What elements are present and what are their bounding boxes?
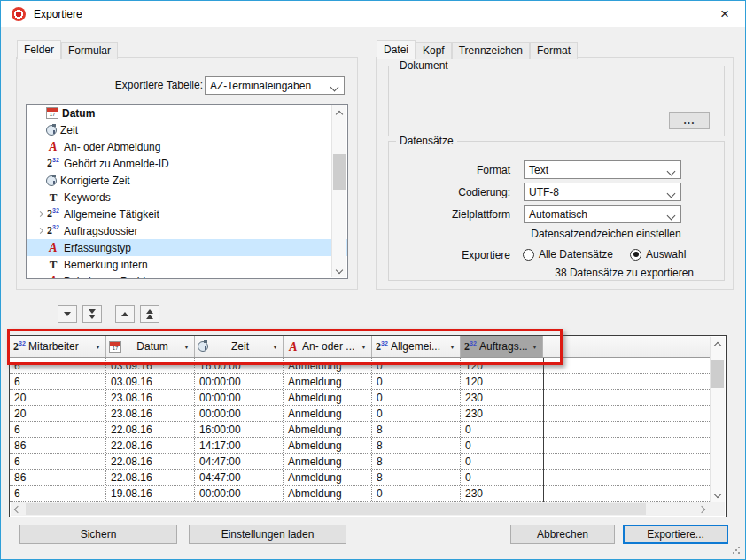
tab-trennzeichen[interactable]: Trennzeichen bbox=[452, 42, 530, 59]
text-type-icon: T bbox=[46, 258, 60, 271]
field-item[interactable]: 232Allgemeine Tätigkeit bbox=[27, 206, 347, 222]
move-all-down-button[interactable] bbox=[82, 305, 102, 323]
field-item[interactable]: Korrigierte Zeit bbox=[27, 172, 347, 189]
scroll-up-icon[interactable] bbox=[332, 105, 346, 120]
load-settings-button[interactable]: Einstellungen laden bbox=[189, 525, 346, 544]
header-filler bbox=[543, 336, 711, 357]
stopwatch-icon bbox=[46, 175, 57, 186]
move-down-button[interactable] bbox=[58, 305, 77, 323]
cancel-button[interactable]: Abbrechen bbox=[510, 525, 615, 544]
save-button[interactable]: Sichern bbox=[19, 525, 177, 544]
table-cell: 230 bbox=[461, 486, 543, 501]
scrollbar-thumb[interactable] bbox=[711, 360, 724, 388]
table-cell: 0 bbox=[372, 358, 461, 373]
close-icon[interactable]: × bbox=[711, 4, 738, 24]
record-count-text: 38 Datensätze zu exportieren bbox=[524, 267, 694, 279]
column-label: Auftrags... bbox=[479, 340, 528, 353]
scrollbar-thumb[interactable] bbox=[333, 154, 346, 190]
radio-alle-datensaetze[interactable]: Alle Datensätze bbox=[523, 248, 613, 261]
tab-format[interactable]: Format bbox=[530, 42, 578, 59]
table-cell: 86 bbox=[10, 438, 106, 453]
column-header[interactable]: 232Allgemei...▼ bbox=[372, 336, 461, 357]
tab-formular[interactable]: Formular bbox=[61, 42, 118, 59]
field-list: 17DatumZeitAAn- oder Abmeldung232Gehört … bbox=[26, 104, 348, 279]
sort-arrow-icon[interactable]: ▼ bbox=[183, 344, 191, 350]
record-end-settings-link[interactable]: Datensatzendzeichen einstellen bbox=[513, 228, 699, 240]
field-item[interactable]: TKeywords bbox=[27, 189, 347, 206]
field-label: Erfassungstyp bbox=[64, 242, 131, 254]
title-bar: Exportiere × bbox=[1, 1, 745, 27]
chevron-down-icon bbox=[667, 190, 676, 198]
alpha-type-icon: A bbox=[46, 275, 60, 279]
chevron-down-icon bbox=[330, 83, 339, 92]
grid-horizontal-scrollbar[interactable] bbox=[11, 502, 725, 516]
table-cell: Abmeldung bbox=[284, 390, 372, 405]
grid-vertical-scrollbar[interactable] bbox=[710, 337, 725, 502]
sort-arrow-icon[interactable]: ▼ bbox=[361, 344, 369, 350]
format-select[interactable]: Text bbox=[524, 160, 681, 179]
radio-auswahl[interactable]: Auswahl bbox=[630, 248, 686, 261]
field-item[interactable]: AAn- oder Abmeldung bbox=[27, 138, 347, 155]
table-cell: 00:00:00 bbox=[195, 390, 284, 405]
column-header[interactable]: Zeit▼ bbox=[195, 336, 284, 357]
column-header[interactable]: 17Datum▼ bbox=[106, 336, 195, 357]
column-label: Zeit bbox=[210, 340, 270, 353]
sort-arrow-icon[interactable]: ▼ bbox=[449, 344, 457, 350]
export-button[interactable]: Exportiere... bbox=[623, 525, 728, 544]
column-header[interactable]: 232Auftrags...▼ bbox=[461, 336, 543, 357]
field-item[interactable]: TBemerkung intern bbox=[27, 256, 347, 273]
int32-type-icon: 232 bbox=[46, 207, 60, 221]
column-label: Mitarbeiter bbox=[28, 340, 79, 353]
alpha-type-icon: A bbox=[46, 140, 60, 153]
table-cell: 04:47:00 bbox=[195, 454, 284, 469]
sort-arrow-icon[interactable]: ▼ bbox=[272, 344, 280, 350]
field-item[interactable]: AErfassungstyp bbox=[27, 239, 347, 256]
codierung-select[interactable]: UTF-8 bbox=[524, 183, 681, 201]
export-table-select[interactable]: AZ-Terminaleingaben bbox=[205, 76, 345, 95]
tab-felder[interactable]: Felder bbox=[17, 40, 61, 59]
browse-button[interactable]: ... bbox=[669, 112, 710, 129]
table-row: 2023.08.1600:00:00Abmeldung0230 bbox=[10, 390, 711, 406]
tab-kopf[interactable]: Kopf bbox=[416, 42, 452, 59]
tab-datei[interactable]: Datei bbox=[377, 40, 416, 59]
format-label: Format bbox=[396, 164, 510, 176]
zielplattform-select[interactable]: Automatisch bbox=[524, 205, 681, 223]
table-cell: 0 bbox=[461, 438, 543, 453]
double-down-arrow-icon bbox=[89, 309, 96, 314]
table-cell: 8 bbox=[372, 470, 461, 485]
scroll-down-icon[interactable] bbox=[711, 487, 725, 502]
field-label: An- oder Abmeldung bbox=[64, 141, 160, 153]
scroll-down-icon[interactable] bbox=[332, 263, 346, 277]
field-label: Gehört zu Anmelde-ID bbox=[64, 158, 169, 170]
table-cell: 0 bbox=[461, 422, 543, 437]
move-all-up-button[interactable] bbox=[140, 305, 159, 323]
scroll-left-icon[interactable] bbox=[11, 502, 25, 516]
column-header[interactable]: 232Mitarbeiter▼ bbox=[10, 336, 106, 357]
dokument-group: Dokument ... bbox=[388, 66, 725, 136]
field-list-scrollbar[interactable] bbox=[331, 105, 346, 277]
scroll-right-icon[interactable] bbox=[695, 502, 709, 516]
table-row: 2023.08.1600:00:00Anmeldung0230 bbox=[10, 406, 711, 422]
exportiere-label: Exportiere bbox=[396, 249, 510, 261]
move-up-button[interactable] bbox=[115, 305, 135, 323]
table-cell: 22.08.16 bbox=[106, 438, 195, 453]
field-item[interactable]: 17Datum bbox=[27, 105, 347, 121]
field-item[interactable]: ABehobenes Problem bbox=[27, 273, 347, 279]
table-cell: 6 bbox=[10, 374, 106, 389]
sort-arrow-icon[interactable]: ▼ bbox=[95, 344, 103, 350]
scrollbar-thumb[interactable] bbox=[26, 503, 646, 515]
sort-arrow-icon[interactable]: ▼ bbox=[532, 344, 540, 350]
field-item[interactable]: 232Gehört zu Anmelde-ID bbox=[27, 155, 347, 172]
table-cell: 16:00:00 bbox=[195, 358, 284, 373]
stopwatch-icon bbox=[198, 341, 208, 352]
zielplattform-label: Zielplattform bbox=[396, 208, 510, 221]
table-cell: 120 bbox=[461, 374, 543, 389]
resize-grip[interactable] bbox=[732, 546, 741, 555]
scroll-up-icon[interactable] bbox=[711, 337, 725, 351]
chevron-down-icon bbox=[667, 212, 676, 221]
column-header[interactable]: AAn- oder ...▼ bbox=[284, 336, 372, 357]
int32-type-icon: 232 bbox=[375, 340, 389, 354]
field-item[interactable]: 232Auftragsdossier bbox=[27, 222, 347, 239]
field-item[interactable]: Zeit bbox=[27, 121, 347, 138]
int32-type-icon: 232 bbox=[46, 224, 60, 237]
